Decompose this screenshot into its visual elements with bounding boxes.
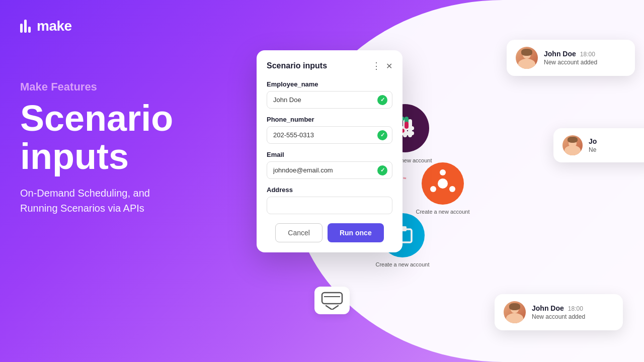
form-group-employee-name: Employee_name xyxy=(267,80,392,109)
employee-name-label: Employee_name xyxy=(267,80,392,88)
notification-name-top: John Doe xyxy=(544,50,576,58)
notification-info-right: Jo Ne xyxy=(589,137,644,153)
address-label: Address xyxy=(267,186,392,194)
left-content: Make Features Scenario inputs On-Demand … xyxy=(20,80,173,216)
svg-rect-22 xyxy=(405,122,409,129)
svg-rect-35 xyxy=(322,293,342,304)
email-wrapper xyxy=(267,161,392,179)
make-features-label: Make Features xyxy=(20,80,173,94)
cancel-button[interactable]: Cancel xyxy=(275,223,323,242)
address-wrapper xyxy=(267,197,392,214)
input-scenario-icon xyxy=(314,287,350,314)
notification-name-row-top: John Doe 18:00 xyxy=(544,50,626,58)
form-group-email: Email xyxy=(267,151,392,179)
employee-name-wrapper xyxy=(267,91,392,109)
notification-msg-bottom: New account added xyxy=(532,313,614,320)
main-title: Scenario inputs xyxy=(20,100,173,175)
notification-msg-top: New account added xyxy=(544,59,626,66)
modal-menu-icon[interactable]: ⋮ xyxy=(372,60,381,71)
notification-name-row-right: Jo xyxy=(589,137,644,145)
address-input[interactable] xyxy=(267,197,392,214)
notification-time-bottom: 18:00 xyxy=(568,305,583,312)
avatar-top xyxy=(516,47,538,69)
notification-time-top: 18:00 xyxy=(580,51,595,58)
modal-buttons: Cancel Run once xyxy=(267,223,392,242)
phone-number-wrapper xyxy=(267,126,392,144)
avatar-bottom xyxy=(504,301,526,323)
notification-card-top: John Doe 18:00 New account added xyxy=(507,40,635,76)
phone-number-check-icon xyxy=(377,130,387,140)
run-once-button[interactable]: Run once xyxy=(328,223,384,242)
phone-number-label: Phone_number xyxy=(267,116,392,123)
subtitle: On-Demand Scheduling, and Running Scenar… xyxy=(20,186,173,216)
form-group-phone-number: Phone_number xyxy=(267,116,392,144)
svg-point-28 xyxy=(430,186,436,192)
logo-icon xyxy=(20,20,31,33)
notification-card-right: Jo Ne xyxy=(553,128,644,162)
modal-header: Scenario inputs ⋮ ✕ xyxy=(267,60,392,71)
notification-name-row-bottom: John Doe 18:00 xyxy=(532,304,614,312)
notification-info-top: John Doe 18:00 New account added xyxy=(544,50,626,66)
phone-number-input[interactable] xyxy=(267,126,392,144)
logo-text: make xyxy=(37,18,72,34)
modal-title: Scenario inputs xyxy=(267,61,327,70)
email-input[interactable] xyxy=(267,161,392,179)
employee-name-check-icon xyxy=(377,95,387,105)
notification-msg-right: Ne xyxy=(589,146,644,153)
svg-text:Create a new account: Create a new account xyxy=(416,209,469,215)
email-check-icon xyxy=(377,165,387,175)
email-label: Email xyxy=(267,151,392,158)
svg-point-26 xyxy=(440,169,446,175)
scenario-inputs-modal: Scenario inputs ⋮ ✕ Employee_name Phone_… xyxy=(257,50,403,252)
logo: make xyxy=(20,18,72,34)
avatar-right xyxy=(562,135,583,155)
notification-info-bottom: John Doe 18:00 New account added xyxy=(532,304,614,320)
employee-name-input[interactable] xyxy=(267,91,392,109)
notification-name-bottom: John Doe xyxy=(532,304,564,312)
svg-text:Create a new account: Create a new account xyxy=(375,261,429,267)
svg-point-27 xyxy=(449,186,455,192)
modal-close-icon[interactable]: ✕ xyxy=(386,61,392,71)
notification-name-right: Jo xyxy=(589,137,597,145)
svg-point-25 xyxy=(438,178,448,189)
modal-actions: ⋮ ✕ xyxy=(372,60,392,71)
notification-card-bottom: John Doe 18:00 New account added xyxy=(495,294,623,330)
form-group-address: Address xyxy=(267,186,392,214)
